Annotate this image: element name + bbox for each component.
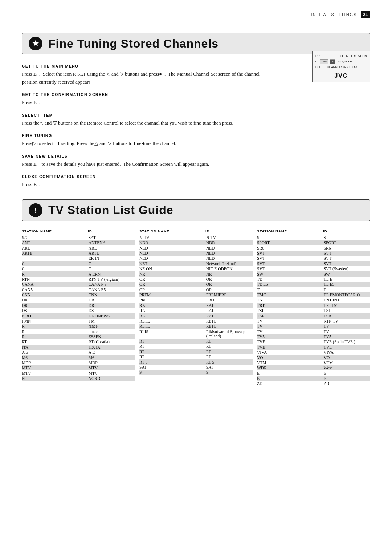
- table-row: ER IN: [22, 256, 135, 261]
- station-id: SPORT: [324, 240, 370, 245]
- table-row: SS: [257, 235, 370, 240]
- station-id: Network (Ireland): [206, 262, 253, 266]
- table-row: TMCTE EMONTECAR O: [257, 292, 370, 297]
- station-id: DR: [89, 298, 135, 302]
- table-row: A EA E: [22, 350, 135, 355]
- station-name: PREM.: [139, 293, 206, 297]
- section2-header: ! TV Station List Guide: [22, 199, 370, 221]
- station-name: [22, 256, 89, 260]
- station-id: RT (Croatia): [89, 340, 135, 344]
- station-id: TV5: [324, 335, 370, 339]
- station-id: SVT: [324, 251, 370, 255]
- table-row: MTVMTV: [22, 370, 135, 376]
- station-name: DR: [22, 298, 89, 302]
- station-name: TMC: [257, 293, 324, 297]
- station-id: ARD: [89, 246, 135, 250]
- table-row: EE: [257, 370, 370, 376]
- station-id: E: [324, 371, 370, 376]
- table-row: ITA-ITA IA: [22, 345, 135, 350]
- station-name: VTM: [257, 361, 324, 365]
- table-row: NNORD: [22, 376, 135, 381]
- station-name: CAN5: [22, 288, 89, 292]
- station-name: RT: [139, 349, 206, 354]
- station-id: S: [206, 370, 253, 374]
- station-id: TRT INT: [324, 303, 370, 308]
- station-id: RT: [206, 339, 253, 343]
- station-name: VIVA: [257, 350, 324, 355]
- station-id: E: [324, 376, 370, 381]
- station-name: RAI: [139, 303, 206, 308]
- section2-title: TV Station List Guide: [48, 203, 173, 217]
- station-id: OR: [206, 282, 253, 287]
- station-id: TE E: [324, 277, 370, 281]
- table-row: RETERETE: [139, 324, 253, 329]
- station-col-3: STATION NAME ID SSSPORTSPORTSR6SR6SVTSVT…: [257, 229, 370, 386]
- station-id: PREMIERE: [206, 293, 253, 297]
- table-row: ANTANTENA: [22, 240, 135, 245]
- station-name: NED: [139, 246, 206, 250]
- station-id: SVT (Sweden): [324, 267, 370, 271]
- table-row: CAN5CANA E5: [22, 287, 135, 292]
- station-id: PRO: [206, 298, 253, 302]
- table-row: RTRT: [139, 354, 253, 359]
- table-row: CNNCNN: [22, 292, 135, 297]
- table-row: SVTSVT (Sweden): [257, 266, 370, 271]
- station-name: DR: [22, 303, 89, 308]
- station-id: DR: [89, 303, 135, 308]
- station-name: SW: [257, 272, 324, 276]
- table-row: TRTTRT INT: [257, 303, 370, 308]
- station-id: OR: [206, 288, 253, 292]
- table-row: ARTEARTE: [22, 251, 135, 256]
- table-row: OROR: [139, 282, 253, 287]
- col1-header-name: STATION NAME: [22, 229, 88, 233]
- station-id: VIVA: [324, 350, 370, 355]
- station-name: C: [22, 262, 89, 266]
- table-row: RTRT: [139, 339, 253, 344]
- col1-header: STATION NAME ID: [22, 229, 135, 234]
- station-name: NET: [139, 262, 206, 266]
- station-id: NORD: [89, 376, 135, 381]
- station-name: WDR: [257, 366, 324, 370]
- station-id: Rikisutvarpid-Sjonvarp (Iceland): [206, 329, 253, 338]
- station-id: TSI: [324, 308, 370, 313]
- table-row: TVETVE (Spain TVE ): [257, 339, 370, 344]
- station-id: RTN TV ( elgium): [89, 277, 135, 281]
- station-name: RTN: [22, 277, 89, 281]
- station-name: RI IS: [139, 329, 206, 338]
- table-row: PROPRO: [139, 297, 253, 303]
- station-id: SR6: [324, 246, 370, 250]
- station-id: ARTE: [89, 251, 135, 255]
- station-name: N-TV: [139, 235, 206, 240]
- table-row: OROR: [139, 277, 253, 282]
- table-row: N-TVN-TV: [139, 235, 253, 240]
- station-name: SVT: [257, 251, 324, 255]
- station-name: SAT: [22, 235, 89, 240]
- station-id: SW: [324, 272, 370, 276]
- table-row: RTRT: [139, 349, 253, 354]
- station-name: CANA: [22, 282, 89, 287]
- station-name: ITA-: [22, 345, 89, 349]
- station-name: E: [257, 371, 324, 376]
- station-name: SVT: [257, 262, 324, 266]
- table-row: SWSW: [257, 271, 370, 276]
- station-id: TE E5: [324, 282, 370, 287]
- station-name: NE ON: [139, 267, 206, 271]
- station-id: ZD: [324, 381, 370, 386]
- table-row: PREM.PREMIERE: [139, 292, 253, 297]
- station-id: SAT: [89, 235, 135, 240]
- station-name: MTV: [22, 366, 89, 370]
- table-row: NDRNDR: [139, 240, 253, 245]
- station-name: RAI: [139, 308, 206, 313]
- station-id: TNT INT: [324, 298, 370, 302]
- station-id: TE EMONTECAR O: [324, 293, 370, 297]
- station-name: RETE: [139, 324, 206, 328]
- block-confirmation-screen-label: GET TO THE CONFIRMATION SCREEN: [22, 92, 108, 97]
- table-row: OROR: [139, 287, 253, 292]
- table-row: ZDZD: [257, 381, 370, 386]
- table-row: TVRTN TV: [257, 319, 370, 324]
- table-row: RA ERN: [22, 271, 135, 276]
- col3-header-id: ID: [323, 229, 370, 233]
- station-id: CANA P S: [89, 282, 135, 287]
- table-row: TSRTSR: [257, 313, 370, 318]
- page-number-area: INITIAL SETTINGS 21: [311, 11, 370, 18]
